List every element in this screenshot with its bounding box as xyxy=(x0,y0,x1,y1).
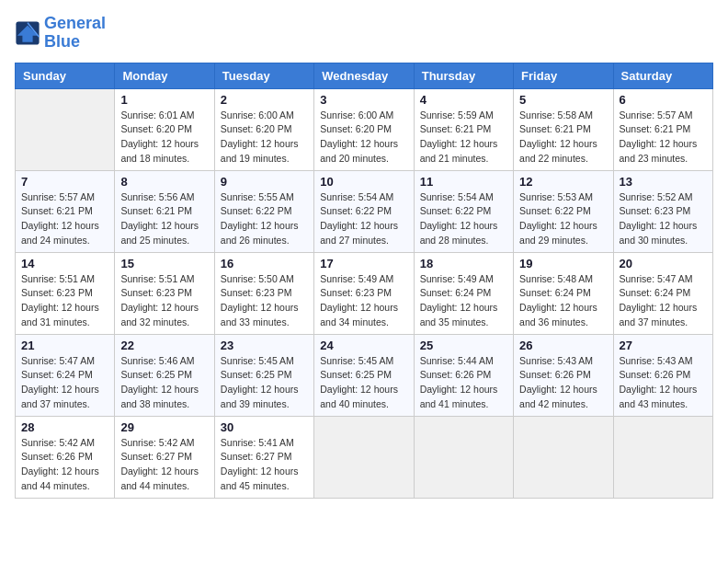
page-header: General Blue xyxy=(15,15,713,52)
day-info: Sunrise: 5:49 AM Sunset: 6:23 PM Dayligh… xyxy=(320,272,407,330)
calendar-cell: 18Sunrise: 5:49 AM Sunset: 6:24 PM Dayli… xyxy=(414,252,513,334)
calendar-cell: 19Sunrise: 5:48 AM Sunset: 6:24 PM Dayli… xyxy=(514,252,613,334)
day-info: Sunrise: 5:45 AM Sunset: 6:25 PM Dayligh… xyxy=(221,354,308,412)
day-number: 30 xyxy=(221,420,308,434)
calendar-cell: 14Sunrise: 5:51 AM Sunset: 6:23 PM Dayli… xyxy=(16,252,115,334)
day-number: 11 xyxy=(420,175,507,189)
day-info: Sunrise: 5:45 AM Sunset: 6:25 PM Dayligh… xyxy=(320,354,407,412)
calendar-cell: 3Sunrise: 6:00 AM Sunset: 6:20 PM Daylig… xyxy=(314,88,414,170)
day-info: Sunrise: 5:58 AM Sunset: 6:21 PM Dayligh… xyxy=(519,109,607,167)
day-info: Sunrise: 5:51 AM Sunset: 6:23 PM Dayligh… xyxy=(120,272,208,330)
day-number: 10 xyxy=(320,175,407,189)
calendar-cell: 8Sunrise: 5:56 AM Sunset: 6:21 PM Daylig… xyxy=(115,170,214,252)
calendar-cell: 6Sunrise: 5:57 AM Sunset: 6:21 PM Daylig… xyxy=(613,88,712,170)
day-info: Sunrise: 5:52 AM Sunset: 6:23 PM Dayligh… xyxy=(620,190,707,248)
calendar-cell xyxy=(414,416,513,498)
day-info: Sunrise: 5:53 AM Sunset: 6:22 PM Dayligh… xyxy=(519,190,607,248)
day-number: 5 xyxy=(519,93,607,107)
day-info: Sunrise: 5:44 AM Sunset: 6:26 PM Dayligh… xyxy=(420,354,507,412)
day-number: 12 xyxy=(519,175,607,189)
day-number: 4 xyxy=(420,93,507,107)
calendar-cell: 16Sunrise: 5:50 AM Sunset: 6:23 PM Dayli… xyxy=(214,252,313,334)
week-row-1: 1Sunrise: 6:01 AM Sunset: 6:20 PM Daylig… xyxy=(16,88,713,170)
calendar-cell xyxy=(514,416,613,498)
calendar-cell: 25Sunrise: 5:44 AM Sunset: 6:26 PM Dayli… xyxy=(414,334,513,416)
day-info: Sunrise: 5:56 AM Sunset: 6:21 PM Dayligh… xyxy=(120,190,208,248)
day-info: Sunrise: 5:43 AM Sunset: 6:26 PM Dayligh… xyxy=(519,354,607,412)
calendar-cell: 1Sunrise: 6:01 AM Sunset: 6:20 PM Daylig… xyxy=(115,88,214,170)
day-number: 18 xyxy=(420,257,507,270)
day-number: 29 xyxy=(120,420,208,434)
day-info: Sunrise: 5:57 AM Sunset: 6:21 PM Dayligh… xyxy=(620,109,707,167)
calendar-table: SundayMondayTuesdayWednesdayThursdayFrid… xyxy=(15,63,713,499)
calendar-cell: 7Sunrise: 5:57 AM Sunset: 6:21 PM Daylig… xyxy=(16,170,115,252)
logo-icon xyxy=(15,20,40,46)
day-number: 13 xyxy=(620,175,707,189)
day-info: Sunrise: 6:00 AM Sunset: 6:20 PM Dayligh… xyxy=(221,109,308,167)
calendar-header: SundayMondayTuesdayWednesdayThursdayFrid… xyxy=(16,63,713,88)
day-number: 3 xyxy=(320,93,407,107)
calendar-cell: 20Sunrise: 5:47 AM Sunset: 6:24 PM Dayli… xyxy=(613,252,712,334)
day-info: Sunrise: 5:55 AM Sunset: 6:22 PM Dayligh… xyxy=(221,190,308,248)
day-info: Sunrise: 5:54 AM Sunset: 6:22 PM Dayligh… xyxy=(320,190,407,248)
day-number: 14 xyxy=(21,257,108,270)
day-info: Sunrise: 5:42 AM Sunset: 6:27 PM Dayligh… xyxy=(120,436,208,494)
day-info: Sunrise: 5:54 AM Sunset: 6:22 PM Dayligh… xyxy=(420,190,507,248)
day-number: 1 xyxy=(120,93,208,107)
day-number: 8 xyxy=(120,175,208,189)
day-number: 7 xyxy=(21,175,108,189)
day-number: 21 xyxy=(21,339,108,352)
logo-text: General Blue xyxy=(44,15,106,52)
calendar-cell: 4Sunrise: 5:59 AM Sunset: 6:21 PM Daylig… xyxy=(414,88,513,170)
calendar-cell: 22Sunrise: 5:46 AM Sunset: 6:25 PM Dayli… xyxy=(115,334,214,416)
calendar-cell: 28Sunrise: 5:42 AM Sunset: 6:26 PM Dayli… xyxy=(16,416,115,498)
weekday-header-thursday: Thursday xyxy=(414,63,513,88)
day-info: Sunrise: 5:59 AM Sunset: 6:21 PM Dayligh… xyxy=(420,109,507,167)
day-number: 15 xyxy=(120,257,208,270)
logo: General Blue xyxy=(15,15,106,52)
day-info: Sunrise: 5:48 AM Sunset: 6:24 PM Dayligh… xyxy=(519,272,607,330)
day-number: 26 xyxy=(519,339,607,352)
day-number: 25 xyxy=(420,339,507,352)
weekday-header-tuesday: Tuesday xyxy=(214,63,313,88)
day-info: Sunrise: 5:57 AM Sunset: 6:21 PM Dayligh… xyxy=(21,190,108,248)
weekday-header-sunday: Sunday xyxy=(16,63,115,88)
calendar-cell: 21Sunrise: 5:47 AM Sunset: 6:24 PM Dayli… xyxy=(16,334,115,416)
day-info: Sunrise: 6:01 AM Sunset: 6:20 PM Dayligh… xyxy=(120,109,208,167)
day-info: Sunrise: 5:43 AM Sunset: 6:26 PM Dayligh… xyxy=(620,354,707,412)
calendar-cell: 2Sunrise: 6:00 AM Sunset: 6:20 PM Daylig… xyxy=(214,88,313,170)
calendar-cell: 5Sunrise: 5:58 AM Sunset: 6:21 PM Daylig… xyxy=(514,88,613,170)
calendar-cell xyxy=(613,416,712,498)
week-row-2: 7Sunrise: 5:57 AM Sunset: 6:21 PM Daylig… xyxy=(16,170,713,252)
calendar-cell: 10Sunrise: 5:54 AM Sunset: 6:22 PM Dayli… xyxy=(314,170,414,252)
calendar-cell: 13Sunrise: 5:52 AM Sunset: 6:23 PM Dayli… xyxy=(613,170,712,252)
calendar-cell: 29Sunrise: 5:42 AM Sunset: 6:27 PM Dayli… xyxy=(115,416,214,498)
day-number: 27 xyxy=(620,339,707,352)
weekday-header-saturday: Saturday xyxy=(613,63,712,88)
calendar-cell: 27Sunrise: 5:43 AM Sunset: 6:26 PM Dayli… xyxy=(613,334,712,416)
calendar-cell: 9Sunrise: 5:55 AM Sunset: 6:22 PM Daylig… xyxy=(214,170,313,252)
week-row-4: 21Sunrise: 5:47 AM Sunset: 6:24 PM Dayli… xyxy=(16,334,713,416)
calendar-cell: 17Sunrise: 5:49 AM Sunset: 6:23 PM Dayli… xyxy=(314,252,414,334)
day-number: 28 xyxy=(21,420,108,434)
weekday-header-monday: Monday xyxy=(115,63,214,88)
day-number: 9 xyxy=(221,175,308,189)
calendar-cell: 30Sunrise: 5:41 AM Sunset: 6:27 PM Dayli… xyxy=(214,416,313,498)
day-number: 16 xyxy=(221,257,308,270)
day-number: 2 xyxy=(221,93,308,107)
day-number: 23 xyxy=(221,339,308,352)
day-info: Sunrise: 5:50 AM Sunset: 6:23 PM Dayligh… xyxy=(221,272,308,330)
day-info: Sunrise: 6:00 AM Sunset: 6:20 PM Dayligh… xyxy=(320,109,407,167)
calendar-cell: 24Sunrise: 5:45 AM Sunset: 6:25 PM Dayli… xyxy=(314,334,414,416)
weekday-header-wednesday: Wednesday xyxy=(314,63,414,88)
weekday-header-friday: Friday xyxy=(514,63,613,88)
day-number: 20 xyxy=(620,257,707,270)
calendar-cell: 23Sunrise: 5:45 AM Sunset: 6:25 PM Dayli… xyxy=(214,334,313,416)
day-info: Sunrise: 5:42 AM Sunset: 6:26 PM Dayligh… xyxy=(21,436,108,494)
week-row-5: 28Sunrise: 5:42 AM Sunset: 6:26 PM Dayli… xyxy=(16,416,713,498)
day-info: Sunrise: 5:46 AM Sunset: 6:25 PM Dayligh… xyxy=(120,354,208,412)
day-info: Sunrise: 5:41 AM Sunset: 6:27 PM Dayligh… xyxy=(221,436,308,494)
calendar-cell: 11Sunrise: 5:54 AM Sunset: 6:22 PM Dayli… xyxy=(414,170,513,252)
day-info: Sunrise: 5:51 AM Sunset: 6:23 PM Dayligh… xyxy=(21,272,108,330)
calendar-cell xyxy=(16,88,115,170)
